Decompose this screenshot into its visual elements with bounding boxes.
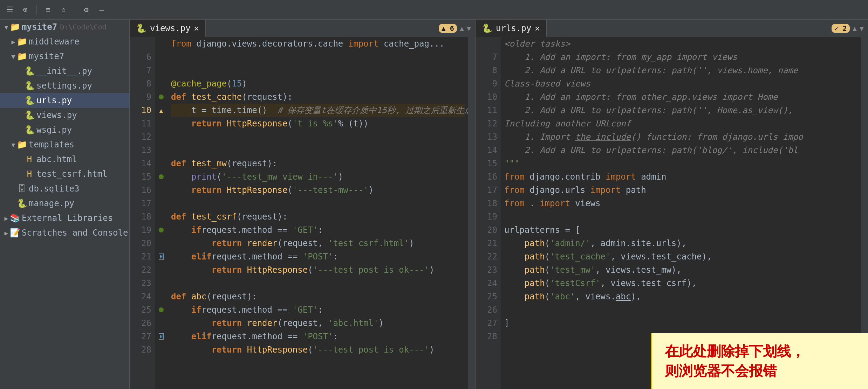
sidebar-item-templates[interactable]: ▼ 📁 templates [0,137,129,152]
sidebar-label-templates: templates [29,140,74,150]
ln-20: 20 [130,237,151,250]
urls-line-23: path('test_mw', views.test_mw), [504,263,857,277]
editor-area: 🐍 views.py ✕ ▲ 6 ▲ ▼ 6 7 [130,20,868,389]
ln-23: 23 [130,277,151,290]
uln-17: 17 [476,183,497,197]
warning-badge-urls: ✓ 2 [832,24,850,33]
menu-icon[interactable]: ☰ [4,4,15,15]
list-icon[interactable]: ≡ [42,4,54,15]
py-icon: 🐍 [25,96,34,105]
urls-line-24: path('testCsrf', views.test_csrf), [504,277,857,290]
ln-7: 7 [130,64,151,77]
code-line-20: return render(request, 'test_csrf.html') [171,237,465,250]
sidebar-item-manage-py[interactable]: 🐍 manage.py [0,196,129,211]
split-icon[interactable]: ⇕ [58,4,69,15]
code-line-9: def test_cache(request): [171,90,465,104]
ln-27: 27 [130,330,151,343]
toolbar: ☰ ⊕ ≡ ⇕ ⚙ — [0,0,868,20]
scroll-down-icon-urls[interactable]: ▼ [860,24,864,33]
sidebar-item-mysite7-sub[interactable]: ▼ 📁 mysite7 [0,49,129,64]
views-tab-close[interactable]: ✕ [194,23,199,33]
arrow-icon: ▶ [10,38,17,46]
code-line-14: def test_mw(request): [171,157,465,170]
uln-12: 12 [476,117,497,130]
sidebar-label-db: db.sqlite3 [29,184,80,194]
urls-tab-bar: 🐍 urls.py ✕ ✓ 2 ▲ ▼ [476,20,868,37]
scroll-down-icon[interactable]: ▼ [467,24,471,33]
sidebar-item-mysite7-root[interactable]: ▼ 📁 mysite7 D:\Code\Cod [0,20,129,34]
code-line-21: elif request.method == 'POST': [171,250,465,263]
sidebar-item-test-csrf-html[interactable]: H test_csrf.html [0,167,129,181]
uln-22: 22 [476,250,497,263]
ln-10: 10 [130,104,151,117]
urls-line-20: urlpatterns = [ [504,223,857,237]
folder-icon: 📁 [17,51,27,61]
scratch-icon: 📝 [10,228,20,238]
uln-26: 26 [476,303,497,317]
folder-icon: 📁 [17,37,27,47]
views-tab[interactable]: 🐍 views.py ✕ [130,20,206,37]
ln-16: 16 [130,183,151,197]
panel-actions-right: ✓ 2 ▲ ▼ [832,24,868,33]
urls-tab[interactable]: 🐍 urls.py ✕ [476,20,547,37]
py-icon: 🐍 [25,110,34,120]
code-line-7 [171,64,465,77]
sidebar-label-test-csrf: test_csrf.html [36,169,107,179]
urls-line-11: 2. Add a URL to urlpatterns: path('', Ho… [504,104,857,117]
gutter-line14 [155,170,168,183]
uln-14: 14 [476,144,497,157]
py-icon: 🐍 [17,199,27,208]
urls-tab-label: urls.py [496,23,531,33]
sidebar-item-abc-html[interactable]: H abc.html [0,152,129,167]
sidebar-item-init-py[interactable]: 🐍 __init__.py [0,64,129,78]
arrow-icon: ▼ [3,23,10,31]
ln-17: 17 [130,197,151,210]
code-line-12 [171,130,465,144]
urls-tab-close[interactable]: ✕ [535,23,540,33]
py-file-icon: 🐍 [136,23,146,33]
sidebar-item-urls-py[interactable]: 🐍 urls.py [0,93,129,108]
uln-25: 25 [476,290,497,303]
sidebar-label-urls: urls.py [36,96,72,105]
scroll-up-icon[interactable]: ▲ [460,24,464,33]
views-tab-label: views.py [150,23,191,33]
ln-24: 24 [130,290,151,303]
settings-icon[interactable]: ⚙ [81,4,92,15]
views-scroll-gutter[interactable] [468,37,475,389]
code-line-26: return render(request, 'abc.html') [171,317,465,330]
ln-header [130,37,151,50]
toolbar-separator-2 [75,5,75,15]
urls-line-22: path('test_cache', views.test_cache), [504,250,857,263]
sidebar-item-wsgi-py[interactable]: 🐍 wsgi.py [0,123,129,137]
ln-21: 21 [130,250,151,263]
ln-18: 18 [130,210,151,223]
code-line-8: @cache_page(15) [171,77,465,90]
annotation-text-line2: 则浏览器不会报错 [665,361,855,381]
uln-28: 28 [476,330,497,343]
urls-line-26 [504,303,857,317]
code-line-18: def test_csrf(request): [171,210,465,223]
code-line-25: if request.method == 'GET': [171,303,465,317]
ln-19: 19 [130,223,151,237]
project-sidebar: ▼ 📁 mysite7 D:\Code\Cod ▶ 📁 middleware ▼… [0,20,130,389]
ln-25: 25 [130,303,151,317]
urls-line-19 [504,210,857,223]
uln-11: 11 [476,104,497,117]
sidebar-item-views-py[interactable]: 🐍 views.py [0,108,129,123]
py-file-icon-urls: 🐍 [482,23,492,33]
minimize-icon[interactable]: — [96,4,107,15]
code-line-13 [171,144,465,157]
sidebar-item-db-sqlite[interactable]: 🗄 db.sqlite3 [0,181,129,196]
sidebar-item-middleware[interactable]: ▶ 📁 middleware [0,34,129,49]
sidebar-item-external-libraries[interactable]: ▶ 📚 External Libraries [0,211,129,225]
scroll-up-icon-urls[interactable]: ▲ [853,24,857,33]
urls-line-27: ] [504,317,857,330]
views-code-content[interactable]: from django.views.decorators.cache impor… [168,37,468,389]
sidebar-label-middleware: middleware [29,37,80,47]
add-icon[interactable]: ⊕ [20,4,31,15]
sidebar-item-scratches[interactable]: ▶ 📝 Scratches and Console [0,225,129,240]
sidebar-label-manage: manage.py [29,199,74,208]
ln-28: 28 [130,343,151,356]
sidebar-item-settings-py[interactable]: 🐍 settings.py [0,78,129,93]
arrow-icon: ▼ [10,141,17,148]
